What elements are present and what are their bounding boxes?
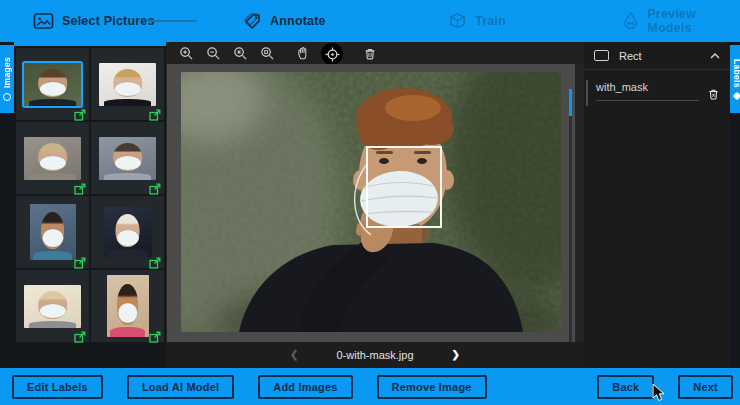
face-mask-shape (39, 82, 65, 96)
annotated-badge-icon (149, 109, 161, 121)
image-thumbnail[interactable] (16, 122, 89, 194)
step-label: Train (475, 14, 506, 28)
tag-icon (242, 11, 262, 31)
image-thumbnail[interactable] (16, 270, 89, 342)
left-edge-strip: Images (0, 42, 14, 368)
label-name[interactable]: with_mask (596, 79, 699, 101)
shape-title: Rect (619, 50, 700, 62)
annotated-badge-icon (74, 331, 86, 343)
thumbnail-photo (99, 137, 156, 180)
image-thumbnail[interactable] (91, 122, 164, 194)
delete-annotation-icon[interactable] (361, 44, 379, 62)
edit-labels-button[interactable]: Edit Labels (12, 375, 103, 399)
image-filmstrip[interactable] (14, 42, 166, 368)
pictures-icon (33, 12, 54, 30)
zoom-out-icon[interactable] (204, 44, 222, 62)
next-button[interactable]: Next (678, 375, 733, 399)
shape-header[interactable]: Rect (584, 42, 730, 70)
stepper-bar: Select Pictures Annotate Train Pr (0, 0, 740, 42)
remove-image-button[interactable]: Remove Image (377, 375, 487, 399)
face-mask-shape (118, 303, 137, 323)
label-list: with_mask (584, 70, 730, 101)
main-photo[interactable] (181, 72, 561, 332)
load-ai-model-button[interactable]: Load AI Model (127, 375, 234, 399)
image-thumbnail[interactable] (91, 48, 164, 120)
annotated-badge-icon (149, 183, 161, 195)
step-preview-models: Preview Models (622, 0, 740, 42)
pan-hand-icon[interactable] (294, 44, 312, 62)
face-mask-shape (39, 156, 65, 170)
step-label: Select Pictures (62, 14, 155, 28)
label-row[interactable]: with_mask (596, 79, 720, 101)
annotation-app: Select Pictures Annotate Train Pr (0, 0, 740, 405)
annotation-canvas: ❮ 0-with-mask.jpg ❯ (166, 42, 584, 368)
step-train: Train (448, 0, 506, 42)
step-label: Preview Models (647, 7, 740, 35)
right-edge-strip: Labels (730, 42, 740, 368)
annotated-badge-icon (149, 257, 161, 269)
canvas-scrollbar[interactable] (569, 89, 572, 362)
image-thumbnail[interactable] (16, 196, 89, 268)
image-thumbnail[interactable] (16, 48, 89, 120)
zoom-in-icon[interactable] (177, 44, 195, 62)
face-mask-shape (39, 304, 65, 318)
step-annotate[interactable]: Annotate (242, 0, 326, 42)
image-thumbnail[interactable] (91, 270, 164, 342)
thumbnail-photo (107, 275, 149, 337)
labels-tab-label: Labels (732, 59, 740, 88)
images-tab[interactable]: Images (0, 45, 14, 113)
back-button[interactable]: Back (597, 375, 654, 399)
delete-label-icon[interactable] (707, 87, 720, 101)
cube-icon (448, 12, 467, 31)
images-tab-label: Images (2, 57, 12, 88)
zoom-cancel-icon[interactable] (231, 44, 249, 62)
annotated-badge-icon (74, 257, 86, 269)
chevron-up-icon[interactable] (710, 53, 720, 59)
step-select-pictures[interactable]: Select Pictures (33, 0, 155, 42)
thumbnail-photo (24, 63, 81, 106)
face-mask-shape (116, 230, 138, 246)
annotated-badge-icon (74, 109, 86, 121)
canvas-toolbar (166, 42, 584, 64)
thumbnail-photo (24, 137, 81, 180)
previous-image-button[interactable]: ❮ (290, 350, 298, 360)
labels-tab[interactable]: Labels (730, 45, 740, 113)
annotate-target-icon[interactable] (321, 43, 343, 65)
tag-icon (733, 92, 740, 100)
annotated-badge-icon (74, 183, 86, 195)
droplet-icon (622, 11, 639, 31)
step-connector-line (148, 20, 197, 22)
thumbnail-photo (99, 63, 156, 106)
image-thumbnail[interactable] (91, 196, 164, 268)
thumbnail-photo (30, 204, 76, 260)
next-image-button[interactable]: ❯ (452, 350, 460, 360)
zoom-fit-icon[interactable] (258, 44, 276, 62)
add-images-button[interactable]: Add Images (258, 375, 352, 399)
canvas-mat (167, 64, 575, 342)
camera-icon (3, 93, 11, 101)
thumbnail-photo (104, 207, 152, 257)
step-label: Annotate (270, 14, 326, 28)
thumbnail-photo (24, 285, 81, 328)
image-navigator: ❮ 0-with-mask.jpg ❯ (166, 342, 584, 368)
workspace: Images (0, 42, 740, 368)
face-mask-shape (114, 82, 140, 96)
face-mask-shape (42, 229, 63, 247)
rect-shape-icon (594, 50, 609, 61)
scrollbar-thumb[interactable] (569, 89, 572, 116)
current-filename: 0-with-mask.jpg (336, 349, 413, 361)
footer-bar: Edit Labels Load AI Model Add Images Rem… (0, 368, 740, 405)
annotated-badge-icon (149, 331, 161, 343)
face-mask-shape (114, 156, 140, 170)
labels-panel: Rect with_mask (584, 42, 730, 368)
